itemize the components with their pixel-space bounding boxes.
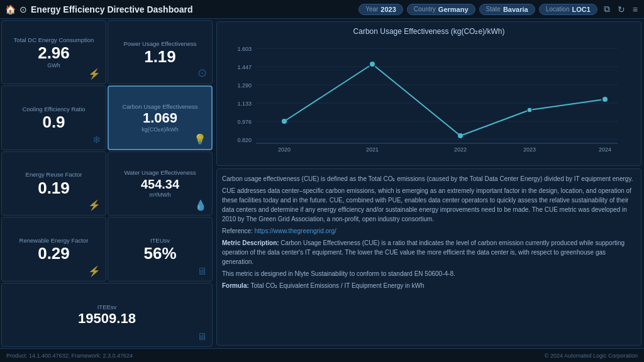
footer: Product: 14.1.400.47632; Framework: 2.3.… — [0, 348, 644, 362]
water-icon: 💧 — [194, 199, 207, 211]
metric-iteesv: ITEEsv 19509.18 🖥 — [1, 283, 213, 347]
header-actions: ⧉ ↻ ≡ — [602, 3, 639, 16]
info-description: Carbon usage effectiveness (CUE) is defi… — [216, 168, 641, 346]
cooling-icon: ❄ — [92, 134, 101, 146]
copy-button[interactable]: ⧉ — [602, 3, 611, 16]
footer-right: © 2024 Automated Logic Corporation — [545, 353, 638, 359]
reference-link[interactable]: https://www.thegreengrid.org/ — [255, 228, 336, 234]
refresh-button[interactable]: ↻ — [616, 3, 626, 16]
metrics-panel: Total DC Energy Consumption 2.96 GWh ⚡ P… — [0, 19, 214, 348]
info-reference: Reference: https://www.thegreengrid.org/ — [222, 226, 636, 236]
chart-point-2022 — [458, 133, 463, 138]
cue-chart-svg: 1.603 1.447 1.290 1.133 0.976 0.820 — [222, 40, 636, 159]
chart-point-2023 — [527, 107, 532, 112]
location-filter[interactable]: Location LOC1 — [539, 4, 597, 15]
info-panels: Carbon usage effectiveness (CUE) is defi… — [216, 168, 641, 346]
svg-text:2023: 2023 — [523, 146, 536, 153]
metric-ref: Renewable Energy Factor 0.29 ⚡ — [1, 217, 106, 281]
info-desc1: Carbon usage effectiveness (CUE) is defi… — [222, 174, 636, 184]
info-standard: This metric is designed in Nlyte Sustain… — [222, 269, 636, 278]
page-title: Energy Efficiency Directive Dashboard — [31, 4, 358, 14]
country-filter[interactable]: Country Germany — [407, 4, 475, 15]
chart-area: 1.603 1.447 1.290 1.133 0.976 0.820 — [222, 40, 636, 159]
svg-text:0.976: 0.976 — [237, 119, 252, 125]
svg-text:2020: 2020 — [278, 146, 291, 153]
header: 🏠 ⊙ Energy Efficiency Directive Dashboar… — [0, 0, 644, 19]
metric-total-dc-energy: Total DC Energy Consumption 2.96 GWh ⚡ — [1, 20, 106, 84]
ref-lightning-icon: ⚡ — [88, 265, 101, 277]
server-icon-iteusv: 🖥 — [197, 266, 207, 277]
app-icon: 🏠 — [5, 4, 16, 14]
svg-text:2022: 2022 — [454, 146, 467, 153]
state-filter[interactable]: State Bavaria — [479, 4, 535, 15]
metric-cue: Carbon Usage Effectiveness 1.069 kg(CO₂e… — [108, 85, 213, 150]
chart-point-2020 — [282, 119, 287, 124]
info-formula: Formula: Total CO₂ Equivalent Emissions … — [222, 281, 636, 290]
metric-iteusv: ITEUsv 56% 🖥 — [108, 217, 213, 281]
dashboard-icon: ⊙ — [19, 4, 27, 14]
info-metric-desc: Metric Description: Carbon Usage Effecti… — [222, 238, 636, 266]
main-content: Total DC Energy Consumption 2.96 GWh ⚡ P… — [0, 19, 644, 348]
chart-title: Carbon Usage Effectiveness (kg(CO₂e)/kWh… — [222, 27, 636, 36]
metric-wue: Water Usage Effectiveness 454.34 m³/MWh … — [108, 151, 213, 216]
bulb-icon: 💡 — [194, 133, 206, 145]
lightning-icon: ⚡ — [88, 68, 101, 80]
erf-lightning-icon: ⚡ — [88, 199, 101, 211]
cue-chart-container: Carbon Usage Effectiveness (kg(CO₂e)/kWh… — [216, 21, 641, 166]
gauge-icon: ⊙ — [197, 66, 207, 80]
chart-point-2024 — [602, 96, 608, 102]
menu-button[interactable]: ≡ — [631, 3, 639, 16]
metric-erf: Energy Reuse Factor 0.19 ⚡ — [1, 151, 106, 216]
chart-point-2021 — [369, 61, 375, 67]
svg-text:1.447: 1.447 — [237, 64, 252, 70]
footer-left: Product: 14.1.400.47632; Framework: 2.3.… — [6, 353, 133, 359]
server-icon-iteesv: 🖥 — [197, 331, 207, 343]
svg-text:2024: 2024 — [599, 146, 611, 153]
metric-pue: Power Usage Effectiveness 1.19 ⊙ — [108, 20, 213, 84]
year-filter[interactable]: Year 2023 — [358, 4, 403, 15]
info-desc2: CUE addresses data center–specific carbo… — [222, 186, 636, 224]
svg-text:1.133: 1.133 — [237, 101, 252, 107]
svg-text:0.820: 0.820 — [237, 137, 252, 143]
svg-text:1.290: 1.290 — [237, 82, 252, 89]
svg-text:1.603: 1.603 — [237, 46, 252, 52]
svg-text:2021: 2021 — [366, 146, 379, 153]
metric-cer: Cooling Efficiency Ratio 0.9 ❄ — [1, 85, 106, 150]
right-panel: Carbon Usage Effectiveness (kg(CO₂e)/kWh… — [214, 19, 644, 348]
header-controls: Year 2023 Country Germany State Bavaria … — [358, 4, 597, 15]
